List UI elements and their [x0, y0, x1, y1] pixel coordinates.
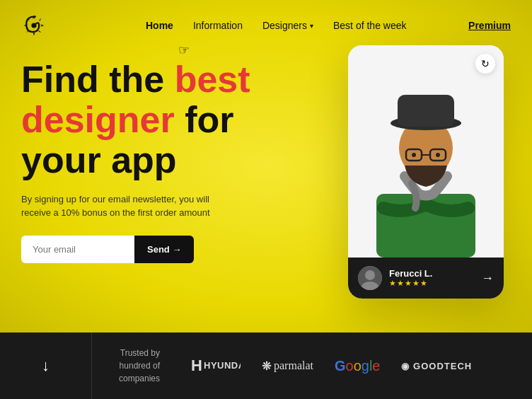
hero-title-line1: Find the best	[21, 59, 341, 100]
designer-card-container: ↻ Ferucci L. ★★★	[341, 45, 511, 299]
hero-subtitle: By signing up for our email newsletter, …	[21, 192, 219, 220]
brand-goodtech: ◉ GOODTECH	[401, 361, 472, 371]
nav-information[interactable]: Information	[193, 20, 243, 31]
svg-point-11	[412, 153, 416, 157]
nav-links: Home Information Designers ▾ Best of the…	[146, 20, 407, 31]
chevron-down-icon: ▾	[310, 22, 313, 30]
card-stars: ★★★★★	[389, 279, 474, 288]
brand-parmalat: ❊ parmalat	[262, 359, 313, 373]
nav-premium[interactable]: Premium	[468, 20, 511, 31]
hero-section: Home Information Designers ▾ Best of the…	[0, 0, 532, 332]
card-name: Ferucci L.	[389, 268, 474, 279]
nav-home[interactable]: Home	[146, 20, 173, 31]
page-wrapper: Home Information Designers ▾ Best of the…	[0, 0, 532, 399]
card-info: Ferucci L. ★★★★★	[389, 268, 474, 288]
card-avatar	[358, 266, 382, 290]
card-arrow[interactable]: →	[481, 271, 494, 286]
card-photo: ↻	[348, 45, 504, 258]
scroll-down-icon[interactable]: ↓	[42, 357, 50, 375]
svg-text:H: H	[191, 357, 202, 374]
person-illustration	[348, 45, 504, 258]
send-button[interactable]: Send →	[134, 236, 194, 263]
refresh-icon[interactable]: ↻	[475, 54, 495, 74]
svg-point-12	[436, 153, 440, 157]
hero-title-line2: designer for	[21, 100, 341, 140]
nav-best-of-week[interactable]: Best of the week	[333, 20, 407, 31]
hero-title: Find the best designer for your app	[21, 59, 341, 181]
svg-rect-7	[398, 95, 454, 127]
scroll-down-section: ↓	[0, 332, 92, 399]
brand-hyundai: H HYUNDAI	[191, 355, 241, 377]
svg-text:HYUNDAI: HYUNDAI	[204, 360, 241, 371]
email-form: Send →	[21, 236, 341, 263]
svg-point-14	[365, 270, 375, 280]
logo-icon[interactable]	[21, 13, 47, 38]
hero-left: Find the best designer for your app By s…	[21, 52, 341, 299]
brands-section: H HYUNDAI ❊ parmalat Google ◉ GOODTECH	[177, 355, 532, 377]
hero-title-line3: your app	[21, 140, 341, 180]
nav-designers[interactable]: Designers ▾	[262, 20, 313, 31]
email-input[interactable]	[21, 236, 134, 263]
designer-card: ↻ Ferucci L. ★★★	[348, 45, 504, 299]
hero-content: Find the best designer for your app By s…	[0, 38, 532, 299]
trusted-text: Trusted by hundred of companies	[92, 347, 177, 385]
card-footer: Ferucci L. ★★★★★ →	[348, 258, 504, 299]
brand-google: Google	[335, 358, 381, 374]
navbar: Home Information Designers ▾ Best of the…	[0, 0, 532, 38]
bottom-bar: ↓ Trusted by hundred of companies H HYUN…	[0, 332, 532, 399]
